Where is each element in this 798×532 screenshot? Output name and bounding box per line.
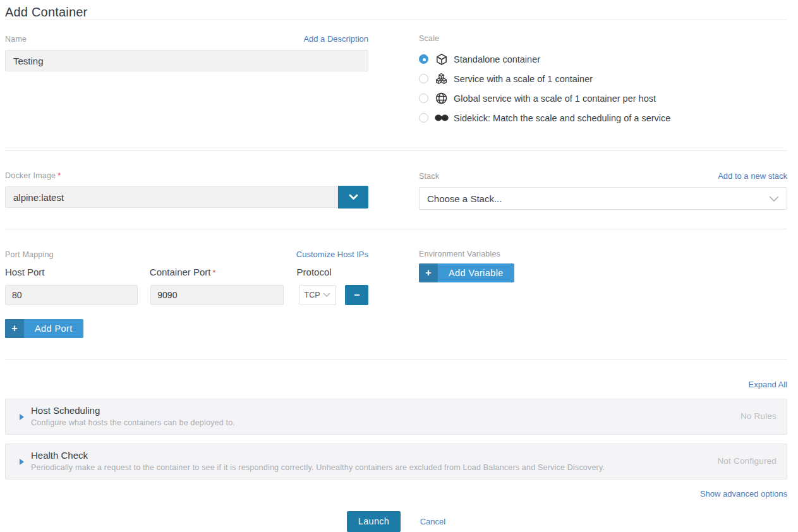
docker-image-input[interactable] [5, 186, 338, 208]
expander-triangle-icon [20, 414, 24, 420]
cancel-button[interactable]: Cancel [420, 517, 445, 526]
container-port-input[interactable] [150, 285, 283, 305]
accordion-status: Not Configured [704, 456, 777, 466]
docker-image-dropdown-button[interactable] [338, 186, 368, 209]
customize-host-ips-link[interactable]: Customize Host IPs [296, 250, 368, 259]
add-port-button[interactable]: + Add Port [5, 319, 83, 338]
scale-label: Scale [419, 34, 787, 43]
stack-select-value: Choose a Stack... [427, 193, 502, 204]
radio-button[interactable] [419, 74, 428, 83]
port-mapping-section: Port Mapping Customize Host IPs Host Por… [5, 250, 368, 338]
required-marker: * [213, 269, 216, 277]
scale-option-service[interactable]: Service with a scale of 1 container [419, 69, 787, 88]
launch-button[interactable]: Launch [347, 511, 401, 532]
scale-option-label: Global service with a scale of 1 contain… [454, 94, 656, 104]
protocol-select[interactable]: TCP [299, 285, 337, 305]
chevron-down-icon [323, 291, 330, 299]
host-port-column-header: Host Port [5, 267, 150, 277]
accordion-title: Health Check [31, 450, 704, 461]
radio-button[interactable] [419, 113, 428, 123]
name-label: Name [5, 35, 27, 44]
globe-icon [434, 92, 449, 105]
page-title: Add Container [5, 4, 787, 20]
port-mapping-row: TCP − [5, 285, 368, 305]
cubes-icon [434, 72, 449, 85]
name-input[interactable] [5, 50, 368, 71]
chevron-down-icon [349, 193, 358, 202]
scale-option-sidekick[interactable]: Sidekick: Match the scale and scheduling… [419, 108, 787, 128]
scale-option-standalone[interactable]: Standalone container [419, 49, 787, 69]
scale-section: Scale Standalone container Service with … [419, 34, 787, 128]
radio-button-selected[interactable] [419, 54, 428, 64]
accordion-title: Host Scheduling [31, 405, 728, 416]
section-divider [5, 359, 787, 360]
accordion-status: No Rules [728, 411, 777, 421]
expand-all-link[interactable]: Expand All [749, 380, 787, 389]
plus-icon: + [5, 319, 24, 338]
required-marker: * [57, 171, 61, 180]
add-port-label: Add Port [24, 319, 83, 338]
name-section: Name Add a Description [5, 34, 368, 128]
port-mapping-label: Port Mapping [5, 250, 54, 259]
show-advanced-options-link[interactable]: Show advanced options [700, 489, 787, 499]
docker-image-label: Docker Image* [5, 171, 61, 180]
remove-port-button[interactable]: − [345, 285, 368, 305]
accordion-description: Periodically make a request to the conta… [31, 463, 704, 472]
stack-select[interactable]: Choose a Stack... [419, 187, 787, 210]
environment-variables-section: Environment Variables + Add Variable [419, 250, 787, 338]
add-variable-label: Add Variable [438, 263, 514, 282]
accordion-description: Configure what hosts the containers can … [31, 418, 728, 427]
docker-image-section: Docker Image* [5, 171, 368, 210]
mask-icon [434, 114, 449, 122]
stack-section: Stack Add to a new stack Choose a Stack.… [419, 171, 787, 210]
add-variable-button[interactable]: + Add Variable [419, 263, 514, 282]
scale-option-label: Service with a scale of 1 container [454, 74, 593, 84]
add-container-page: Add Container Name Add a Description Sca… [0, 0, 798, 532]
cube-icon [434, 53, 449, 66]
environment-variables-label: Environment Variables [419, 250, 787, 258]
radio-button[interactable] [419, 94, 428, 103]
footer-actions: Launch Cancel [5, 511, 787, 532]
add-new-stack-link[interactable]: Add to a new stack [718, 171, 787, 181]
scale-option-label: Sidekick: Match the scale and scheduling… [454, 113, 670, 123]
health-check-accordion[interactable]: Health Check Periodically make a request… [5, 444, 787, 480]
container-port-column-header: Container Port* [150, 267, 297, 277]
protocol-select-value: TCP [305, 291, 320, 299]
host-port-input[interactable] [5, 285, 138, 305]
scale-option-global[interactable]: Global service with a scale of 1 contain… [419, 88, 787, 108]
chevron-down-icon [769, 193, 779, 204]
expander-triangle-icon [20, 459, 24, 465]
add-description-link[interactable]: Add a Description [303, 34, 368, 44]
plus-icon: + [419, 263, 438, 282]
stack-label: Stack [419, 172, 439, 181]
scale-option-label: Standalone container [454, 54, 540, 64]
protocol-column-header: Protocol [297, 267, 368, 277]
host-scheduling-accordion[interactable]: Host Scheduling Configure what hosts the… [5, 399, 787, 435]
